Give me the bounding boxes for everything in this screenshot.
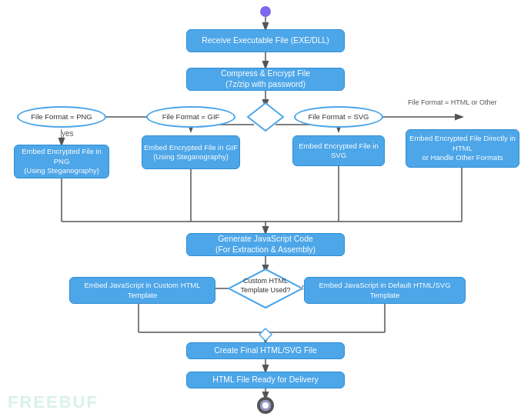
embed-gif-label: Embed Encrypted File in GIF(Using Stegan… [144, 143, 238, 162]
embed-default-label: Embed JavaScript in Default HTML/SVG Tem… [305, 281, 465, 300]
receive-node: Receive Executable File (EXE/DLL) [186, 29, 345, 52]
html-format-label: File Format = HTML or Other [408, 98, 496, 106]
generate-js-label: Generate JavaScript Code(For Extraction … [215, 234, 316, 255]
format-diamond-container [246, 102, 285, 132]
svg-marker-32 [259, 328, 272, 341]
png-label: File Format = PNG [31, 112, 92, 122]
custom-template-text: Custom HTML Template Used? [231, 277, 300, 295]
create-final-node: Create Final HTML/SVG File [186, 342, 345, 359]
receive-label: Receive Executable File (EXE/DLL) [202, 35, 329, 46]
embed-svg-label: Embed Encrypted File in SVG [293, 142, 384, 161]
svg-marker-30 [248, 103, 283, 131]
generate-js-node: Generate JavaScript Code(For Extraction … [186, 233, 345, 256]
merge-diamond-svg [259, 328, 272, 342]
embed-html-node: Embed Encrypted File Directly in HTMLor … [406, 129, 519, 168]
gif-oval: File Format = GIF [146, 106, 235, 128]
watermark: FREEBUF [8, 392, 99, 412]
svg-label: File Format = SVG [309, 112, 369, 122]
embed-png-label: Embed Encrypted File in PNG(Using Stegan… [15, 147, 109, 175]
embed-png-node: Embed Encrypted File in PNG(Using Stegan… [14, 145, 109, 178]
embed-custom-label: Embed JavaScript in Custom HTML Template [70, 281, 215, 300]
embed-custom-node: Embed JavaScript in Custom HTML Template [69, 277, 215, 304]
format-diamond-svg [246, 102, 285, 132]
gif-label: File Format = GIF [162, 112, 220, 122]
embed-gif-node: Embed Encrypted File in GIF(Using Stegan… [142, 135, 240, 169]
compress-label: Compress & Encrypt File(7z/zip with pass… [221, 68, 310, 89]
svg-oval: File Format = SVG [294, 106, 383, 128]
custom-template-container: Custom HTML Template Used? [227, 268, 304, 309]
start-node [260, 6, 271, 17]
merge-diamond [259, 328, 272, 342]
diagram: Receive Executable File (EXE/DLL) Compre… [0, 0, 531, 420]
end-node [257, 397, 274, 414]
html-ready-label: HTML File Ready for Delivery [212, 375, 318, 385]
yes-png-label: yes [62, 129, 74, 138]
html-ready-node: HTML File Ready for Delivery [186, 372, 345, 388]
embed-svg-node: Embed Encrypted File in SVG [292, 135, 385, 166]
embed-html-label: Embed Encrypted File Directly in HTMLor … [406, 134, 519, 162]
embed-default-node: Embed JavaScript in Default HTML/SVG Tem… [304, 277, 466, 304]
create-final-label: Create Final HTML/SVG File [214, 345, 317, 356]
png-oval: File Format = PNG [17, 106, 106, 128]
compress-node: Compress & Encrypt File(7z/zip with pass… [186, 68, 345, 91]
